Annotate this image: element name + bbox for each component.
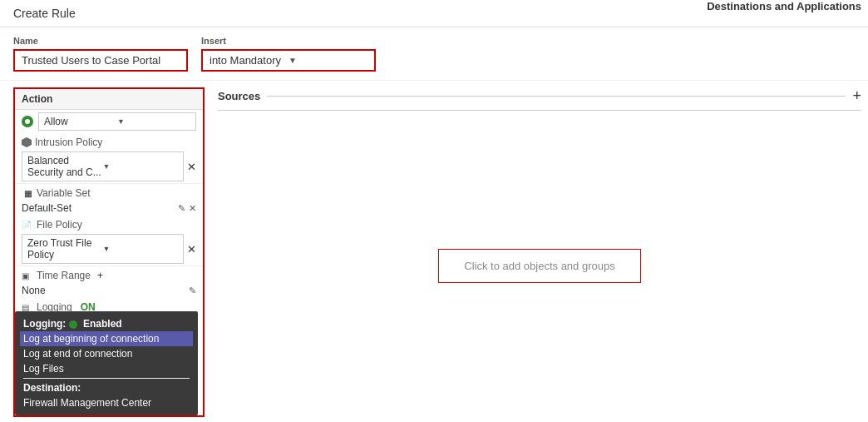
variable-set-val-row: Default-Set ✎ ✕ — [15, 201, 203, 216]
file-policy-select[interactable]: Zero Trust File Policy ▼ — [22, 234, 184, 264]
file-policy-label: File Policy — [37, 219, 82, 231]
allow-chevron-icon: ▼ — [117, 117, 190, 126]
sources-divider — [267, 96, 846, 97]
intrusion-policy-value: Balanced Security and C... — [27, 155, 103, 178]
intrusion-policy-clear-icon[interactable]: ✕ — [187, 161, 196, 173]
time-range-value: None — [22, 285, 185, 296]
variable-set-clear-icon[interactable]: ✕ — [189, 203, 196, 214]
logging-tooltip: Logging: Enabled Log at beginning of con… — [15, 311, 198, 415]
intrusion-policy-label: Intrusion Policy — [35, 137, 102, 148]
time-range-label-row: ▣ Time Range + — [15, 266, 203, 283]
allow-select[interactable]: Allow ▼ — [38, 112, 196, 131]
insert-chevron-icon: ▼ — [289, 56, 367, 65]
time-range-edit-icon[interactable]: ✎ — [189, 285, 196, 296]
action-panel: Action Allow ▼ Intrusion Policy Balanced… — [13, 87, 205, 417]
variable-set-label-row: ▦ Variable Set — [15, 184, 203, 201]
insert-select[interactable]: into Mandatory ▼ — [201, 49, 376, 72]
name-label: Name — [13, 36, 188, 46]
name-field-group: Name — [13, 36, 188, 72]
allow-label: Allow — [44, 116, 117, 127]
time-range-plus-icon[interactable]: + — [97, 270, 103, 281]
main-area: Action Allow ▼ Intrusion Policy Balanced… — [0, 81, 868, 422]
destinations-title: Destinations and Applications — [700, 0, 868, 12]
variable-icon: ▦ — [22, 189, 33, 198]
action-header: Action — [15, 89, 203, 110]
intrusion-policy-chevron-icon: ▼ — [103, 162, 179, 171]
add-objects-button[interactable]: Click to add objects and groups — [438, 249, 640, 283]
right-panel: Sources + Destinations and Applications … — [211, 81, 868, 422]
insert-label: Insert — [201, 36, 376, 46]
allow-row: Allow ▼ — [15, 110, 203, 133]
log-icon: ▤ — [22, 303, 33, 312]
insert-value: into Mandatory — [210, 54, 289, 67]
file-icon: 📄 — [22, 221, 33, 230]
file-policy-row: Zero Trust File Policy ▼ ✕ — [15, 232, 203, 266]
tooltip-option2[interactable]: Log at end of connection — [23, 346, 190, 361]
sources-add-icon[interactable]: + — [852, 87, 861, 105]
tooltip-green-dot — [69, 320, 77, 329]
tooltip-option3[interactable]: Log Files — [23, 361, 190, 376]
file-policy-label-row: 📄 File Policy — [15, 216, 203, 232]
top-fields-row: Name Insert into Mandatory ▼ — [0, 27, 868, 81]
tooltip-logging-label: Logging: Enabled — [23, 316, 190, 331]
tooltip-destination-value: Firewall Management Center — [23, 395, 190, 410]
variable-set-label: Variable Set — [37, 187, 90, 199]
file-policy-chevron-icon: ▼ — [103, 245, 179, 253]
insert-field-group: Insert into Mandatory ▼ — [201, 36, 376, 72]
tooltip-destination-label: Destination: — [23, 380, 190, 395]
intrusion-policy-row: Balanced Security and C... ▼ ✕ — [15, 150, 203, 184]
time-range-label: Time Range — [37, 270, 91, 281]
intrusion-policy-select[interactable]: Balanced Security and C... ▼ — [22, 151, 184, 181]
shield-icon — [22, 137, 32, 147]
intrusion-policy-label-row: Intrusion Policy — [15, 133, 203, 150]
variable-set-value: Default-Set — [22, 202, 175, 214]
tooltip-option1[interactable]: Log at beginning of connection — [20, 331, 193, 346]
time-icon: ▣ — [22, 271, 33, 281]
name-input[interactable] — [13, 49, 188, 72]
tooltip-enabled-label: Enabled — [83, 318, 122, 330]
sources-title: Sources — [218, 90, 260, 102]
file-policy-value: Zero Trust File Policy — [27, 237, 103, 261]
time-range-val-row: None ✎ — [15, 283, 203, 298]
sources-area: Click to add objects and groups — [218, 114, 861, 417]
variable-set-edit-icon[interactable]: ✎ — [178, 203, 185, 214]
file-policy-clear-icon[interactable]: ✕ — [187, 243, 196, 256]
allow-green-icon — [22, 116, 33, 127]
